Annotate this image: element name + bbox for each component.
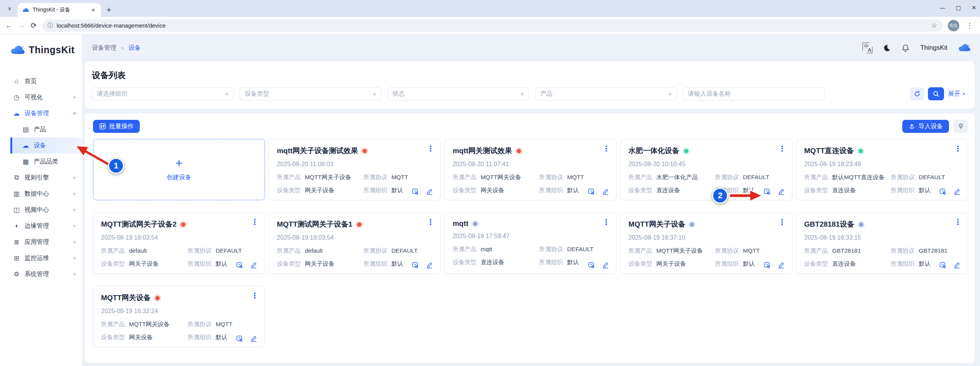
value-protocol: MQTT [567,174,584,180]
dark-mode-moon-icon[interactable] [883,44,891,52]
value-protocol: DEFAULT [919,174,945,180]
browser-tab[interactable]: ThingsKit - 设备 ✕ [18,3,101,17]
sidebar-item-device-management[interactable]: ☁ 设备管理 ∧ [0,105,82,121]
device-edit-icon[interactable] [953,261,961,269]
tab-close-icon[interactable]: ✕ [89,7,97,14]
sidebar-item-device[interactable]: ☁ 设备 [10,137,82,154]
card-menu-icon[interactable]: ⋮ [778,145,786,152]
device-detail-icon[interactable] [412,188,419,196]
device-edit-icon[interactable] [250,335,258,343]
card-menu-icon[interactable]: ⋮ [954,218,962,226]
sidebar-item-video-center[interactable]: ◫ 视频中心 ∨ [0,202,82,218]
product-select[interactable]: 产品 ∨ [535,87,677,100]
card-menu-icon[interactable]: ⋮ [603,218,610,226]
device-card[interactable]: mqtt ⋮ 2025-08-19 17:59:47 所属产品mqtt 所属协议… [444,212,616,274]
device-detail-icon[interactable] [236,335,243,343]
status-select[interactable]: 状态 ∨ [387,87,529,100]
device-edit-icon[interactable] [777,188,785,196]
card-menu-icon[interactable]: ⋮ [251,292,258,299]
card-menu-icon[interactable]: ⋮ [954,145,962,152]
device-edit-icon[interactable] [250,261,258,269]
sidebar-item-data-center[interactable]: ▥ 数据中心 ∨ [0,186,82,202]
window-minimize-icon[interactable]: — [940,5,945,11]
sidebar-item-visualization[interactable]: ◷ 可视化 ∨ [0,89,82,105]
create-device-label: 创建设备 [167,173,191,181]
cloud-icon: ☁ [13,109,20,118]
device-card[interactable]: MQTT直连设备 ⋮ 2025-08-19 18:23:46 所属产品默认MQT… [796,139,968,200]
language-icon[interactable]: 中 A [862,43,872,52]
card-menu-icon[interactable]: ⋮ [426,218,434,226]
reload-icon[interactable]: ⟳ [31,21,37,30]
sidebar-item-label: 边缘管理 [24,222,49,230]
device-card[interactable]: 水肥一体化设备 ⋮ 2025-08-20 10:10:45 所属产品水肥一体化产… [621,139,792,200]
back-icon[interactable]: ← [5,21,13,30]
sidebar-item-app-management[interactable]: ≣ 应用管理 ∨ [0,234,82,250]
device-detail-icon[interactable] [236,261,243,269]
device-edit-icon[interactable] [777,261,785,269]
sidebar-item-product[interactable]: ▤ 产品 [0,121,82,137]
sidebar-item-edge-management[interactable]: ◖ 边缘管理 ∨ [0,218,82,234]
site-info-icon[interactable]: ⓘ [47,22,53,29]
url-bar[interactable]: ⓘ localhost:5666/device-management/devic… [42,20,942,32]
thingskit-logo[interactable]: ThingsKit [10,44,75,56]
device-card[interactable]: MQTT网关子设备 ⋮ 2025-08-19 16:37:10 所属产品MQTT… [621,212,792,274]
device-card[interactable]: mqtt网关子设备测试效果 ⋮ 2025-08-20 11:08:03 所属产品… [269,139,441,200]
device-detail-icon[interactable] [412,261,419,269]
breadcrumb-device[interactable]: 设备 [129,44,141,52]
device-edit-icon[interactable] [426,261,433,269]
device-detail-icon[interactable] [939,261,947,269]
breadcrumb-device-management[interactable]: 设备管理 [92,44,116,52]
device-detail-icon[interactable] [763,188,771,196]
filter-panel: 设备列表 请选择组织 ∨ 设备类型 ∨ 状态 ∨ 产品 ∨ [85,61,975,109]
notification-bell-icon[interactable] [901,44,910,52]
refresh-button[interactable] [910,87,924,100]
sidebar-item-rule-engine[interactable]: ⧉ 规则引擎 ∨ [0,170,82,186]
device-card[interactable]: mqtt网关测试效果 ⋮ 2025-08-20 11:07:41 所属产品MQT… [444,139,616,200]
import-device-button[interactable]: 导入设备 [902,120,949,133]
device-card[interactable]: MQTT测试网关子设备2 ⋮ 2025-08-19 18:03:54 所属产品d… [93,212,265,274]
user-brand-name[interactable]: ThingsKit [920,44,947,52]
card-menu-icon[interactable]: ⋮ [426,145,434,152]
device-edit-icon[interactable] [602,261,609,269]
card-menu-icon[interactable]: ⋮ [778,218,786,226]
browser-menu-icon[interactable]: ⋮ [965,21,975,30]
avatar-cloud-icon[interactable] [958,43,971,52]
device-detail-icon[interactable] [588,188,595,196]
device-card[interactable]: MQTT测试网关子设备1 ⋮ 2025-08-19 18:03:54 所属产品d… [269,212,441,274]
sidebar-item-home[interactable]: ⌂ 首页 [0,73,82,89]
card-menu-icon[interactable]: ⋮ [251,218,258,226]
window-maximize-icon[interactable]: ▢ [956,5,961,11]
device-type-select[interactable]: 设备类型 ∨ [240,87,381,100]
organization-select[interactable]: 请选择组织 ∨ [92,87,234,100]
device-name-input[interactable] [683,87,825,100]
card-menu-icon[interactable]: ⋮ [603,145,610,152]
device-card[interactable]: GBT28181设备 ⋮ 2025-08-19 16:33:15 所属产品GBT… [796,212,968,274]
device-edit-icon[interactable] [602,188,609,196]
search-button[interactable] [928,87,944,100]
sidebar-item-label: 应用管理 [24,238,49,246]
new-tab-button[interactable]: + [106,6,111,14]
batch-operation-button[interactable]: 批量操作 [93,120,140,133]
device-detail-icon[interactable] [763,261,771,269]
device-created-at: 2025-08-19 16:33:15 [804,234,960,241]
device-edit-icon[interactable] [426,188,433,196]
device-edit-icon[interactable] [953,188,961,196]
sidebar-item-product-category[interactable]: ▦ 产品品类 [0,154,82,170]
device-card[interactable]: MQTT网关设备 ⋮ 2025-08-19 16:32:24 所属产品MQTT网… [93,286,265,347]
map-view-button[interactable] [954,120,968,133]
sidebar-item-system-management[interactable]: ⚙ 系统管理 ∨ [0,266,82,282]
device-created-at: 2025-08-20 11:08:03 [277,161,433,168]
expand-filters-link[interactable]: 展开 ∨ [948,90,965,98]
value-protocol: MQTT [743,247,760,254]
device-detail-icon[interactable] [939,188,947,196]
window-close-icon[interactable]: ✕ [972,5,976,11]
bookmark-star-icon[interactable]: ☆ [931,21,937,29]
sidebar-item-monitoring-ops[interactable]: ⊞ 监控运维 ∨ [0,250,82,266]
tab-search-icon[interactable]: ∨ [4,3,15,14]
value-protocol: DEFAULT [567,246,594,252]
label-device-type: 设备类型 [804,187,828,193]
browser-profile-avatar[interactable]: 先生 [948,20,959,31]
forward-icon[interactable]: → [18,21,25,30]
sidebar-item-label: 视频中心 [24,206,49,214]
device-detail-icon[interactable] [588,261,595,269]
